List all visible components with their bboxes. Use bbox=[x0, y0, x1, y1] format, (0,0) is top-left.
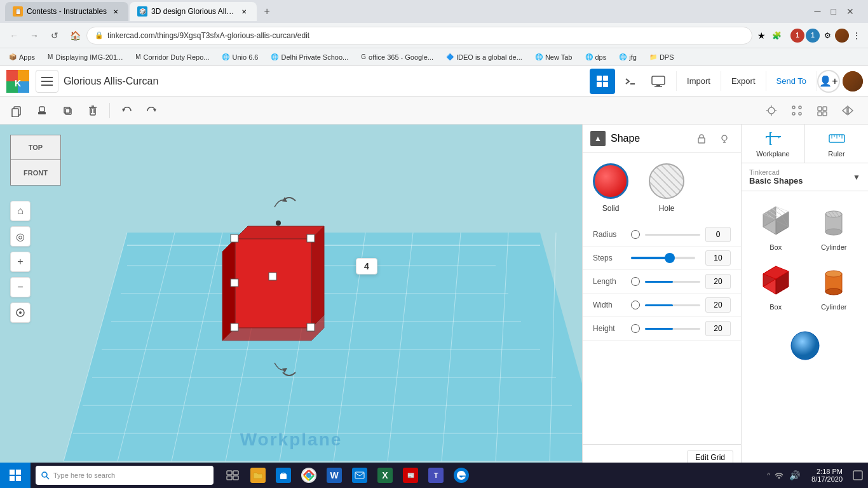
steps-slider-track[interactable] bbox=[631, 257, 695, 259]
shape-lock-button[interactable] bbox=[693, 130, 710, 147]
width-slider-track[interactable] bbox=[645, 304, 700, 306]
home-button[interactable]: 🏠 bbox=[66, 27, 84, 44]
radius-slider-track[interactable] bbox=[645, 234, 700, 236]
zoom-in-button[interactable]: + bbox=[10, 252, 31, 272]
duplicate-button[interactable] bbox=[56, 99, 79, 122]
bookmark-dps[interactable]: 🌐 dps bbox=[581, 52, 611, 62]
network-icon[interactable] bbox=[774, 470, 784, 481]
length-input[interactable]: 20 bbox=[705, 274, 731, 289]
refresh-button[interactable]: ↺ bbox=[46, 27, 64, 44]
bookmark-office[interactable]: G office 365 - Google... bbox=[357, 52, 437, 62]
import-button[interactable]: Import bbox=[677, 71, 721, 91]
user-avatar-browser[interactable] bbox=[835, 29, 849, 43]
forward-button[interactable]: → bbox=[25, 27, 43, 44]
height-slider-track[interactable] bbox=[645, 328, 700, 330]
bookmark-icon[interactable]: ★ bbox=[755, 29, 768, 42]
tab-contests[interactable]: 📋 Contests - Instructables ✕ bbox=[5, 2, 128, 21]
fit-view-button[interactable]: ◎ bbox=[10, 226, 31, 247]
undo-button[interactable] bbox=[115, 99, 138, 122]
taskbar-store-button[interactable] bbox=[272, 463, 295, 488]
redo-button[interactable] bbox=[140, 99, 163, 122]
radius-input[interactable]: 0 bbox=[705, 227, 731, 242]
send-to-button[interactable]: Send To bbox=[766, 71, 817, 91]
bookmark-jfg[interactable]: 🌐 jfg bbox=[615, 52, 641, 62]
shape-item-box-red[interactable]: Box bbox=[749, 259, 803, 313]
bookmark-apps[interactable]: 📦 Apps bbox=[5, 52, 39, 62]
view-cube-front-label[interactable]: FRONT bbox=[11, 160, 60, 185]
taskbar-edge-button[interactable] bbox=[450, 463, 473, 488]
notification-center-button[interactable] bbox=[848, 463, 868, 488]
ruler-tool-button[interactable]: Ruler bbox=[805, 125, 868, 163]
taskbar-excel-button[interactable]: X bbox=[374, 463, 397, 488]
export-button[interactable]: Export bbox=[721, 71, 766, 91]
taskbar-clock[interactable]: 2:18 PM 8/17/2020 bbox=[806, 468, 848, 483]
stamp-button[interactable] bbox=[31, 99, 53, 122]
zoom-out-button[interactable]: − bbox=[10, 277, 31, 297]
width-input[interactable]: 20 bbox=[705, 297, 731, 313]
home-view-button[interactable]: ⌂ bbox=[10, 201, 31, 221]
shape-hole-option[interactable]: Hole bbox=[649, 163, 684, 213]
code-view-button[interactable] bbox=[618, 69, 643, 94]
bookmark-ideo[interactable]: 🔷 IDEO is a global de... bbox=[442, 52, 526, 62]
canvas-area[interactable]: Workplane bbox=[0, 125, 582, 488]
shapes-category-dropdown-button[interactable]: ▼ bbox=[853, 173, 860, 182]
steps-input[interactable]: 10 bbox=[705, 250, 731, 266]
bookmark-unio[interactable]: 🌐 Unio 6.6 bbox=[218, 52, 262, 62]
add-user-button[interactable]: 👤+ bbox=[817, 70, 840, 93]
more-options-icon[interactable]: ⋮ bbox=[850, 29, 863, 42]
taskbar-search[interactable]: Type here to search bbox=[36, 466, 214, 485]
taskbar-teams-button[interactable]: T bbox=[424, 463, 447, 488]
light-tool-button[interactable] bbox=[761, 100, 782, 121]
maximize-button[interactable]: □ bbox=[827, 5, 840, 18]
workplane-tool-button[interactable]: Workplane bbox=[742, 125, 805, 163]
close-window-button[interactable]: ✕ bbox=[843, 5, 858, 18]
shape-item-cylinder-gray[interactable]: Cylinder bbox=[808, 199, 861, 254]
view-cube-top-label[interactable]: TOP bbox=[11, 135, 60, 160]
simulation-button[interactable] bbox=[646, 69, 671, 94]
bookmark-newtab[interactable]: 🌐 New Tab bbox=[531, 52, 576, 62]
tab-close-1[interactable]: ✕ bbox=[111, 6, 121, 17]
bookmark-dps2[interactable]: 📁 DPS bbox=[646, 52, 678, 62]
taskbar-news-button[interactable]: 📰 bbox=[399, 463, 422, 488]
shape-light-button[interactable] bbox=[715, 130, 733, 147]
snap-tool-button[interactable] bbox=[787, 100, 807, 121]
ortho-button[interactable] bbox=[10, 302, 31, 323]
minimize-button[interactable]: ─ bbox=[811, 5, 825, 18]
sphere-thumb[interactable] bbox=[783, 326, 827, 364]
grid-view-button[interactable] bbox=[590, 69, 615, 94]
height-input[interactable]: 20 bbox=[705, 321, 731, 336]
shape-item-box-gray[interactable]: Box bbox=[749, 199, 803, 254]
extensions-icon[interactable]: 🧩 bbox=[770, 29, 783, 42]
address-input[interactable]: 🔒 tinkercad.com/things/9XgsqT3sfxA-glori… bbox=[86, 27, 752, 44]
delete-button[interactable] bbox=[81, 99, 104, 122]
taskbar-mail-button[interactable] bbox=[348, 463, 371, 488]
tab-close-2[interactable]: ✕ bbox=[239, 6, 249, 17]
volume-icon[interactable]: 🔊 bbox=[789, 470, 800, 480]
new-tab-button[interactable]: + bbox=[258, 3, 276, 20]
view-cube[interactable]: TOP FRONT bbox=[10, 135, 67, 192]
copy-button[interactable] bbox=[5, 99, 28, 122]
length-slider-track[interactable] bbox=[645, 281, 700, 283]
bookmark-corridor[interactable]: M Corridor Duty Repo... bbox=[132, 52, 213, 62]
taskbar-word-button[interactable]: W bbox=[323, 463, 346, 488]
taskbar-chrome-button[interactable] bbox=[297, 463, 320, 488]
align-tool-button[interactable] bbox=[812, 100, 832, 121]
bookmark-img[interactable]: M Displaying IMG-201... bbox=[44, 52, 126, 62]
back-button[interactable]: ← bbox=[5, 27, 23, 44]
view-cube-inner[interactable]: TOP FRONT bbox=[10, 135, 61, 186]
mirror-tool-button[interactable] bbox=[837, 100, 858, 121]
start-button[interactable] bbox=[0, 463, 31, 488]
user-avatar[interactable] bbox=[843, 71, 863, 92]
bookmark-delhi[interactable]: 🌐 Delhi Private Schoo... bbox=[267, 52, 352, 62]
taskbar-fileexplorer-button[interactable] bbox=[247, 463, 269, 488]
shape-item-cylinder-orange[interactable]: Cylinder bbox=[808, 259, 861, 313]
panel-collapse-button[interactable]: ▲ bbox=[590, 131, 606, 146]
settings-icon[interactable]: ⚙ bbox=[821, 29, 834, 42]
steps-thumb[interactable] bbox=[665, 253, 675, 263]
tab-tinkercad[interactable]: 🎲 3D design Glorious Allis-Curcan ✕ bbox=[130, 2, 257, 21]
tinkercad-logo[interactable]: K bbox=[5, 69, 31, 94]
tray-arrow-button[interactable]: ^ bbox=[767, 471, 770, 479]
shape-solid-option[interactable]: Solid bbox=[593, 163, 628, 213]
taskbar-taskview-button[interactable] bbox=[221, 463, 244, 488]
menu-button[interactable] bbox=[36, 70, 58, 93]
